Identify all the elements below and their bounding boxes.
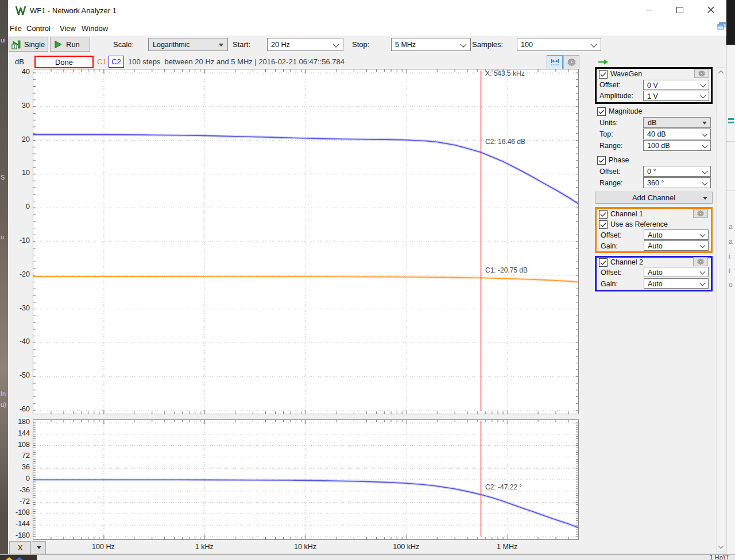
c1-channel-badge[interactable]: C1 xyxy=(97,57,107,66)
start-combobox[interactable]: 20 Hz xyxy=(267,38,343,51)
background-glyph-mark xyxy=(728,122,734,123)
minimize-button[interactable] xyxy=(633,0,664,20)
y-tick-label: -50 xyxy=(0,371,30,379)
cursor-c1-magnitude-readout: C1: -20.75 dB xyxy=(485,266,528,274)
channel1-settings-button[interactable] xyxy=(693,209,708,218)
menu-window[interactable]: Window xyxy=(82,24,108,33)
samples-value: 100 xyxy=(521,41,533,49)
scale-combobox[interactable]: Logarithmic xyxy=(148,38,228,51)
phase-range-combobox[interactable]: 360 ° xyxy=(643,177,711,188)
cursors-button[interactable] xyxy=(547,55,563,69)
phase-offset-combobox[interactable]: 0 ° xyxy=(643,166,711,177)
chevron-down-icon xyxy=(702,131,708,137)
channel2-gain-label: Gain: xyxy=(601,280,618,288)
phase-plot[interactable] xyxy=(33,419,579,540)
background-text-fragment: ui xyxy=(1,37,6,44)
background-window-sliver: aaiio xyxy=(726,0,735,560)
background-dark-corner xyxy=(726,0,735,45)
close-button[interactable] xyxy=(695,0,726,20)
maximize-button[interactable] xyxy=(664,0,695,20)
magnitude-range-combobox[interactable]: 100 dB xyxy=(643,140,711,151)
magnitude-plot[interactable] xyxy=(33,69,579,414)
magnitude-checkbox[interactable] xyxy=(597,107,606,116)
channel2-settings-button[interactable] xyxy=(693,257,708,266)
run-label: Run xyxy=(66,40,80,49)
scale-label: Scale: xyxy=(113,40,134,49)
cursor-x-button[interactable]: X xyxy=(9,541,31,554)
wavegen-settings-button[interactable] xyxy=(694,69,709,78)
cursor-add-dropdown-button[interactable] xyxy=(32,541,46,554)
background-text-fragment: a xyxy=(729,223,733,231)
phase-checkbox[interactable] xyxy=(597,156,606,165)
menu-control[interactable]: Control xyxy=(26,24,51,33)
channel1-checkbox[interactable] xyxy=(599,210,608,219)
collapse-panel-arrow-icon[interactable] xyxy=(597,57,609,68)
channel2-gain-combobox[interactable]: Auto xyxy=(644,278,709,289)
waveforms-app-icon xyxy=(15,5,26,18)
units-combobox[interactable]: dB xyxy=(643,117,711,128)
c2-channel-badge[interactable]: C2 xyxy=(109,56,124,68)
phase-offset-label: Offset: xyxy=(599,168,621,176)
wavegen-amplitude-combobox[interactable]: 1 V xyxy=(643,91,709,101)
stop-combobox[interactable]: 5 MHz xyxy=(391,38,471,51)
wavegen-checkbox[interactable] xyxy=(599,70,608,79)
y-tick-label: 144 xyxy=(0,429,30,437)
y-tick-label: 40 xyxy=(0,68,30,76)
window-title: WF1 - Network Analyzer 1 xyxy=(30,6,117,15)
scroll-up-icon[interactable] xyxy=(718,71,724,76)
cursor-x-readout: X: 543.5 kHz xyxy=(485,69,525,77)
cursor-c2-phase-readout: C2: -47.22 ° xyxy=(485,483,522,491)
scroll-down-icon[interactable] xyxy=(718,543,724,549)
stop-value: 5 MHz xyxy=(395,41,416,49)
stop-label: Stop: xyxy=(352,40,369,49)
mdi-restore-icon[interactable] xyxy=(717,22,726,33)
single-button[interactable]: 1 Single xyxy=(9,37,48,52)
add-channel-button[interactable]: Add Channel xyxy=(595,192,713,204)
y-tick-label: -60 xyxy=(0,405,30,413)
gear-icon xyxy=(697,210,704,217)
channel1-offset-label: Offset: xyxy=(601,231,622,239)
samples-combobox[interactable]: 100 xyxy=(517,38,601,51)
background-text-fragment: i xyxy=(729,252,730,260)
magnitude-title: Magnitude xyxy=(609,107,642,115)
top-combobox[interactable]: 40 dB xyxy=(643,129,711,139)
plot-settings-button[interactable] xyxy=(563,55,579,69)
phase-range-label: Range: xyxy=(599,179,622,187)
wavegen-offset-combobox[interactable]: 0 V xyxy=(643,80,709,90)
channel2-offset-combobox[interactable]: Auto xyxy=(644,267,709,277)
cursor-c2-magnitude-readout: C2: 16.46 dB xyxy=(485,138,525,146)
y-tick-label: -10 xyxy=(0,236,30,244)
samples-label: Samples: xyxy=(472,40,503,49)
use-as-reference-checkbox[interactable] xyxy=(599,220,608,229)
gear-icon xyxy=(698,70,705,77)
phase-title: Phase xyxy=(609,156,629,164)
dropdown-arrow-icon xyxy=(219,44,223,46)
menu-file[interactable]: File xyxy=(10,24,22,33)
magnitude-y-axis: 403020100-10-20-30-40-50-60 xyxy=(0,69,31,414)
channel1-gain-combobox[interactable]: Auto xyxy=(644,240,709,251)
y-tick-label: -40 xyxy=(0,337,30,345)
y-tick-label: -180 xyxy=(0,531,30,539)
minimize-icon xyxy=(646,10,652,10)
chevron-down-icon xyxy=(700,243,706,248)
close-icon xyxy=(707,6,714,13)
chevron-down-icon xyxy=(700,281,706,286)
y-tick-label: 20 xyxy=(0,135,30,143)
y-tick-label: 180 xyxy=(0,418,30,426)
desktop-bottom-strip: 1 Hz/(T xyxy=(0,554,735,560)
desktop-logo xyxy=(0,555,37,560)
channel2-checkbox[interactable] xyxy=(599,258,608,267)
channel2-title: Channel 2 xyxy=(610,258,643,266)
menu-view[interactable]: View xyxy=(60,24,76,33)
start-label: Start: xyxy=(233,40,250,49)
channel1-offset-combobox[interactable]: Auto xyxy=(644,230,709,240)
panel-scrollbar[interactable] xyxy=(716,67,725,552)
maximize-icon xyxy=(676,7,683,13)
cursors-icon xyxy=(550,58,560,67)
chevron-down-icon xyxy=(702,180,708,186)
y-tick-label: 0 xyxy=(0,475,30,483)
run-button[interactable]: Run xyxy=(50,37,90,52)
single-label: Single xyxy=(24,40,45,49)
x-tick-label: 100 kHz xyxy=(383,543,429,551)
dropdown-arrow-icon xyxy=(703,197,707,200)
